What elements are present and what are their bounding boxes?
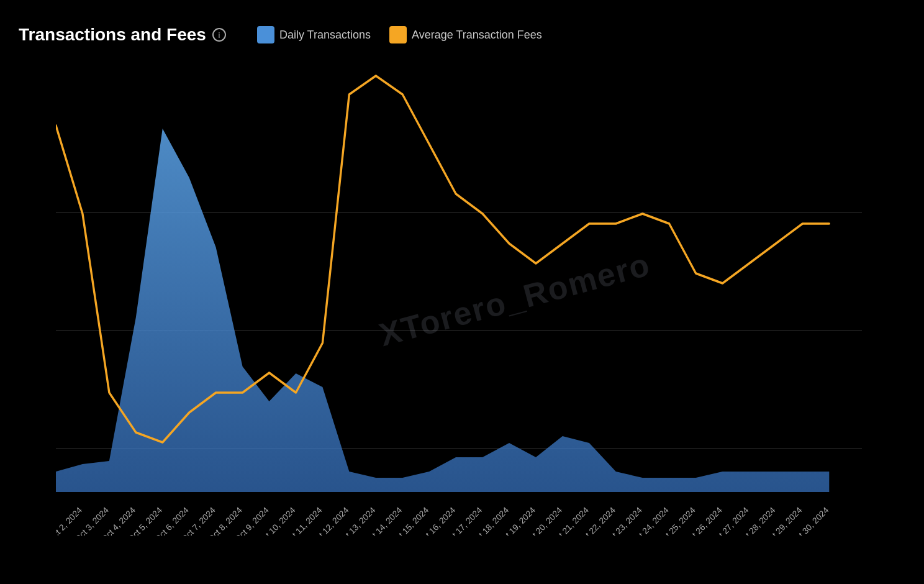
chart-title: Transactions and Fees bbox=[19, 25, 206, 45]
info-icon[interactable]: i bbox=[212, 28, 226, 42]
legend-color-fees bbox=[389, 26, 407, 43]
legend-item-fees: Average Transaction Fees bbox=[389, 26, 542, 43]
legend: Daily Transactions Average Transaction F… bbox=[257, 26, 542, 43]
legend-label-transactions: Daily Transactions bbox=[279, 29, 371, 42]
chart-area: XTorero_Romero 0 20M 40M $0.001 $0.002 $… bbox=[56, 63, 862, 536]
chart-header: Transactions and Fees i Daily Transactio… bbox=[12, 25, 912, 45]
daily-transactions-area bbox=[56, 129, 829, 492]
legend-item-transactions: Daily Transactions bbox=[257, 26, 371, 43]
legend-label-fees: Average Transaction Fees bbox=[412, 29, 542, 42]
title-group: Transactions and Fees i bbox=[19, 25, 226, 45]
legend-color-transactions bbox=[257, 26, 274, 43]
chart-svg: 0 20M 40M $0.001 $0.002 $0.003 $0.004 $0… bbox=[56, 63, 862, 536]
chart-container: Transactions and Fees i Daily Transactio… bbox=[0, 0, 924, 584]
